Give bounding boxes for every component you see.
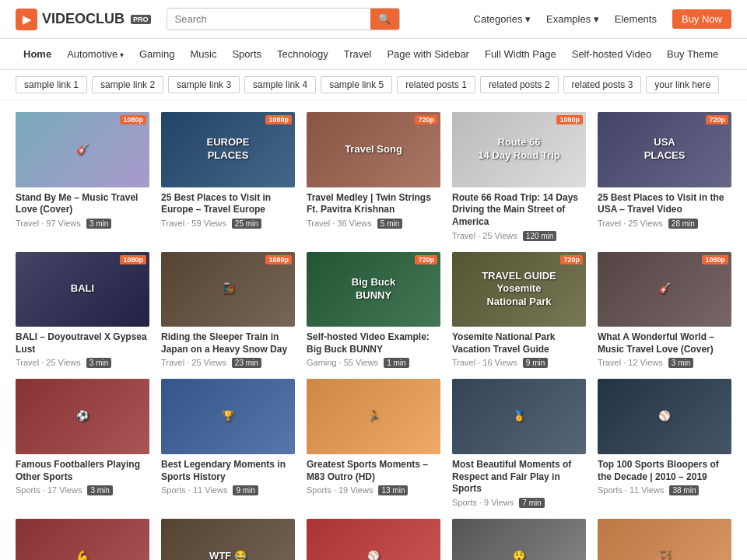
quality-badge: 1080p: [120, 255, 146, 264]
logo-pro: PRO: [131, 15, 151, 24]
video-title: Top 100 Sports Bloopers of the Decade | …: [598, 459, 731, 483]
sub-link-4[interactable]: sample link 4: [244, 76, 316, 93]
nav-technology[interactable]: Technology: [269, 45, 336, 63]
top-nav-buynow[interactable]: Buy Now: [672, 9, 731, 29]
thumb-overlay-text: 💪: [16, 519, 149, 560]
logo-icon: [16, 9, 37, 30]
search-input[interactable]: [167, 9, 370, 30]
video-meta: Travel · 25 Views 28 min: [598, 219, 731, 228]
video-title: Famous Footballers Playing Other Sports: [16, 459, 149, 483]
sub-link-5[interactable]: sample link 5: [321, 76, 392, 93]
thumb-overlay-text: 🏃: [307, 379, 440, 454]
video-duration: 23 min: [232, 358, 261, 368]
video-meta: Travel · 25 Views 23 min: [161, 358, 295, 367]
video-card-6[interactable]: BALI1080pBALI – Doyoutravel X Gypsea Lus…: [16, 252, 149, 368]
thumb-overlay-text: 🏅: [452, 379, 586, 454]
sub-link-custom[interactable]: your link here: [646, 76, 719, 93]
nav-page-sidebar[interactable]: Page with Sidebar: [379, 45, 477, 63]
video-card-14[interactable]: 🏅Most Beautiful Moments of Respect and F…: [452, 379, 586, 507]
video-card-8[interactable]: Big Buck BUNNY720pSelf-hosted Video Exam…: [307, 252, 440, 368]
thumb-overlay-text: 😲: [452, 519, 586, 560]
video-card-19[interactable]: 😲Weird Moments in Sports HistorySports ·…: [452, 519, 586, 560]
video-title: Stand By Me – Music Travel Love (Cover): [16, 192, 149, 216]
nav-full-width[interactable]: Full Width Page: [477, 45, 564, 63]
video-card-12[interactable]: 🏆Best Legendary Moments in Sports Histor…: [161, 379, 295, 507]
video-duration: 28 min: [668, 219, 698, 229]
nav-gaming[interactable]: Gaming: [132, 45, 183, 63]
sub-link-related2[interactable]: related posts 2: [480, 76, 559, 93]
video-card-9[interactable]: TRAVEL GUIDE Yosemite National Park720pY…: [452, 252, 586, 368]
video-card-1[interactable]: 🎸1080pStand By Me – Music Travel Love (C…: [16, 112, 149, 240]
video-duration: 3 min: [86, 219, 111, 229]
nav-music[interactable]: Music: [182, 45, 224, 63]
search-bar: 🔍: [167, 8, 400, 30]
sub-link-related1[interactable]: related posts 1: [397, 76, 475, 93]
nav-travel[interactable]: Travel: [336, 45, 380, 63]
video-card-15[interactable]: ⚾Top 100 Sports Bloopers of the Decade |…: [598, 379, 731, 507]
video-meta: Travel · 36 Views 5 min: [307, 219, 440, 228]
sub-link-3[interactable]: sample link 3: [168, 76, 240, 93]
video-meta: Sports · 11 Views 38 min: [598, 485, 731, 495]
video-grid: 🎸1080pStand By Me – Music Travel Love (C…: [16, 112, 731, 560]
nav-automotive[interactable]: Automotive: [59, 45, 132, 63]
video-duration: 3 min: [86, 358, 111, 368]
thumb-overlay-text: ⚾: [307, 519, 440, 560]
quality-badge: 1080p: [265, 115, 292, 124]
video-title: Best Legendary Moments in Sports History: [161, 459, 295, 483]
video-duration: 7 min: [519, 498, 544, 508]
video-meta: Sports · 9 Views 7 min: [452, 498, 586, 507]
top-nav-categories[interactable]: Categories ▾: [474, 13, 531, 25]
video-card-2[interactable]: EUROPE PLACES1080p25 Best Places to Visi…: [161, 112, 295, 240]
video-duration: 1 min: [384, 358, 409, 368]
video-duration: 38 min: [669, 485, 699, 495]
video-duration: 5 min: [377, 219, 402, 229]
quality-badge: 720p: [706, 115, 728, 124]
video-card-5[interactable]: USA PLACES720p25 Best Places to Visit in…: [598, 112, 731, 240]
quality-badge: 720p: [560, 255, 583, 264]
video-duration: 25 min: [232, 219, 261, 229]
video-card-13[interactable]: 🏃Greatest Sports Moments – M83 Outro (HD…: [307, 379, 440, 507]
top-nav-elements[interactable]: Elements: [615, 13, 657, 25]
nav-sports[interactable]: Sports: [224, 45, 269, 63]
content: 🎸1080pStand By Me – Music Travel Love (C…: [0, 100, 747, 560]
video-card-17[interactable]: WTF 😂Funny Sports FailsSports · 11 Views…: [161, 519, 295, 560]
video-meta: Sports · 11 Views 9 min: [161, 485, 295, 495]
video-duration: 3 min: [87, 485, 112, 495]
main-nav: Home Automotive Gaming Music Sports Tech…: [0, 39, 747, 70]
video-card-10[interactable]: 🎸1080pWhat A Wonderful World – Music Tra…: [598, 252, 731, 368]
sub-link-2[interactable]: sample link 2: [92, 76, 163, 93]
quality-badge: 720p: [415, 255, 437, 264]
quality-badge: 1080p: [702, 255, 728, 264]
video-duration: 9 min: [523, 358, 548, 368]
thumb-overlay-text: WTF 😂: [161, 519, 295, 560]
header: VIDEOCLUBPRO 🔍 Categories ▾ Examples ▾ E…: [0, 0, 747, 39]
logo-text: VIDEOCLUB: [42, 11, 124, 27]
video-card-18[interactable]: ⚾All Sports Baseball BattleSports · 13 V…: [307, 519, 440, 560]
nav-buy-theme[interactable]: Buy Theme: [659, 45, 726, 63]
search-button[interactable]: 🔍: [370, 9, 399, 30]
thumb-overlay-text: ⚽: [16, 379, 149, 454]
quality-badge: 720p: [415, 115, 437, 124]
video-title: Travel Medley | Twin Strings Ft. Pavitra…: [307, 192, 440, 216]
sub-link-1[interactable]: sample link 1: [16, 76, 87, 93]
video-meta: Travel · 59 Views 25 min: [161, 219, 295, 228]
video-meta: Travel · 12 Views 3 min: [598, 358, 731, 367]
video-card-3[interactable]: Travel Song720pTravel Medley | Twin Stri…: [307, 112, 440, 240]
top-nav-examples[interactable]: Examples ▾: [546, 13, 599, 25]
video-title: What A Wonderful World – Music Travel Lo…: [598, 331, 731, 355]
video-card-16[interactable]: 💪20 BEAUTIFUL MOMENTS OF RESPECT IN SPOR…: [16, 519, 149, 560]
video-title: Greatest Sports Moments – M83 Outro (HD): [307, 459, 440, 483]
video-meta: Travel · 16 Views 9 min: [452, 358, 586, 367]
video-duration: 120 min: [523, 231, 557, 241]
sub-link-related3[interactable]: related posts 3: [563, 76, 642, 93]
nav-self-hosted[interactable]: Self-hosted Video: [564, 45, 659, 63]
video-card-4[interactable]: Route 66 14 Day Road Trip1080pRoute 66 R…: [452, 112, 586, 240]
video-card-11[interactable]: ⚽Famous Footballers Playing Other Sports…: [16, 379, 149, 507]
video-card-20[interactable]: 🏹MUST SEE MOMENTS IN SPORTS!Sports · 13 …: [598, 519, 731, 560]
video-meta: Travel · 25 Views 120 min: [452, 231, 586, 240]
video-card-7[interactable]: 🚂1080pRiding the Sleeper Train in Japan …: [161, 252, 295, 368]
thumb-overlay-text: 🏆: [161, 379, 295, 454]
nav-home[interactable]: Home: [16, 45, 59, 63]
video-title: Self-hosted Video Example: Big Buck BUNN…: [307, 331, 440, 355]
video-meta: Sports · 19 Views 13 min: [307, 485, 440, 495]
